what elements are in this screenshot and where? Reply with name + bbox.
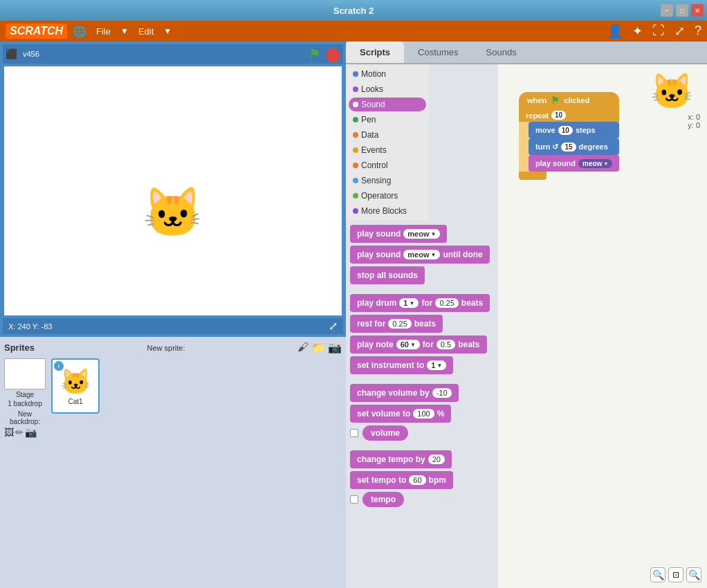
change-volume-value[interactable]: -10 [432, 388, 452, 398]
edit-menu[interactable]: Edit [134, 25, 158, 38]
set-tempo-value[interactable]: 60 [409, 475, 425, 485]
cat-motion[interactable]: Motion [349, 67, 426, 81]
canvas-play-sound[interactable]: play sound meow [529, 155, 619, 172]
note-dropdown[interactable]: 60 [396, 340, 420, 349]
scripts-area: Motion Looks Sound Pen [346, 64, 707, 588]
tempo-checkbox[interactable] [350, 495, 358, 504]
minimize-button[interactable]: − [661, 4, 673, 17]
cat-control-label: Control [361, 160, 388, 170]
canvas-y: y: 0 [688, 121, 700, 129]
cat-events[interactable]: Events [349, 143, 426, 157]
left-panel: ⬛ v456 ⚑ ⬤ 🐱 X: 240 Y: -83 ⤢ Sprites New… [0, 42, 346, 588]
camera-sprite-button[interactable]: 📷 [328, 341, 342, 354]
block-set-volume[interactable]: set volume to 100 % [350, 405, 451, 423]
paint-backdrop-button[interactable]: 🖼 [4, 427, 14, 438]
canvas-sound-dropdown[interactable]: meow [578, 159, 612, 168]
move-value[interactable]: 10 [558, 126, 573, 135]
cat-looks[interactable]: Looks [349, 82, 426, 96]
block-rest[interactable]: rest for 0.25 beats [350, 315, 443, 333]
account-icon[interactable]: 👤 [607, 24, 623, 39]
repeat-end [519, 172, 547, 180]
categories-panel: Motion Looks Sound Pen [346, 64, 429, 221]
instrument-dropdown[interactable]: 1 [427, 360, 446, 370]
cat-control[interactable]: Control [349, 158, 426, 172]
block-play-drum[interactable]: play drum 1 for 0.25 beats [350, 294, 490, 312]
volume-checkbox[interactable] [350, 429, 358, 437]
when-clicked-hat[interactable]: when ⚑ clicked [519, 92, 619, 109]
stage-icon: ⬛ [6, 48, 17, 59]
cat-sprite: 🐱 [143, 184, 203, 241]
turn-value[interactable]: 15 [561, 143, 576, 151]
maximize-button[interactable]: □ [676, 4, 688, 17]
new-sprite-label: New sprite: [147, 344, 185, 352]
cat-operators[interactable]: Operators [349, 189, 426, 203]
help-icon[interactable]: ? [695, 24, 701, 39]
stop-button[interactable]: ⬤ [325, 46, 340, 62]
close-button[interactable]: ✕ [691, 4, 704, 17]
drum-dropdown[interactable]: 1 [399, 298, 419, 308]
stage-canvas[interactable]: 🐱 [4, 66, 342, 315]
tab-scripts[interactable]: Scripts [346, 42, 404, 63]
play-sound-dropdown[interactable]: meow [403, 229, 440, 239]
flag-icon: ⚑ [551, 95, 560, 106]
file-menu[interactable]: File [92, 25, 115, 38]
block-set-instrument[interactable]: set instrument to 1 [350, 356, 453, 374]
upload-backdrop-button[interactable]: ✏ [15, 427, 24, 438]
canvas-coords: x: 0 y: 0 [688, 113, 700, 129]
share-icon[interactable]: ✦ [632, 24, 643, 39]
set-volume-value[interactable]: 100 [413, 409, 434, 419]
new-backdrop-label: New backdrop: [4, 410, 46, 425]
block-change-tempo[interactable]: change tempo by 20 [350, 450, 452, 468]
cat-more-blocks[interactable]: More Blocks [349, 204, 426, 218]
tempo-reporter-row: tempo [350, 492, 494, 507]
script-canvas[interactable]: 🐱 x: 0 y: 0 when ⚑ clicked repeat 10 [498, 64, 707, 588]
green-flag-button[interactable]: ⚑ [309, 46, 321, 62]
block-change-volume[interactable]: change volume by -10 [350, 384, 459, 402]
tempo-reporter[interactable]: tempo [362, 492, 404, 507]
cat-data[interactable]: Data [349, 128, 426, 142]
zoom-fit-button[interactable]: ⊡ [668, 567, 683, 582]
globe-icon[interactable]: 🌐 [73, 25, 86, 38]
note-beats-value[interactable]: 0.5 [437, 340, 455, 349]
cat-pen-label: Pen [361, 115, 376, 125]
tab-sounds[interactable]: Sounds [472, 42, 531, 63]
cat-sensing[interactable]: Sensing [349, 174, 426, 187]
cat-motion-label: Motion [361, 69, 386, 79]
turn-block[interactable]: turn ↺ 15 degrees [529, 138, 619, 155]
turbo-icon[interactable]: ⤢ [674, 24, 685, 39]
tab-bar: Scripts Costumes Sounds [346, 42, 707, 64]
fullscreen-icon[interactable]: ⛶ [652, 24, 665, 39]
cat-operators-label: Operators [361, 191, 398, 201]
zoom-out-button[interactable]: 🔍 [650, 567, 665, 582]
paint-sprite-button[interactable]: 🖌 [297, 341, 309, 354]
block-play-note[interactable]: play note 60 for 0.5 beats [350, 336, 487, 353]
cat-data-label: Data [361, 130, 378, 140]
rest-beats-value[interactable]: 0.25 [388, 319, 411, 329]
drum-beats-value[interactable]: 0.25 [435, 298, 458, 308]
camera-backdrop-button[interactable]: 📷 [25, 427, 37, 438]
sprite-cat1[interactable]: i 🐱 Cat1 [51, 358, 100, 414]
cat-sound[interactable]: Sound [349, 98, 426, 111]
block-stop-all-sounds[interactable]: stop all sounds [350, 266, 425, 284]
cat-sound-label: Sound [361, 100, 385, 109]
cat-sprite-name: Cat1 [68, 398, 82, 405]
title-bar: Scratch 2 − □ ✕ [0, 0, 707, 21]
play-sound-until-dropdown[interactable]: meow [403, 250, 440, 259]
repeat-block[interactable]: repeat 10 [519, 109, 619, 122]
menu-bar: SCRATCH 🌐 File ▼ Edit ▼ 👤 ✦ ⛶ ⤢ ? [0, 21, 707, 42]
stage-thumbnail: Stage 1 backdrop New backdrop: 🖼 ✏ 📷 [4, 358, 46, 438]
zoom-in-button[interactable]: 🔍 [686, 567, 701, 582]
info-badge[interactable]: i [54, 361, 64, 371]
block-play-sound[interactable]: play sound meow [350, 225, 447, 243]
repeat-value[interactable]: 10 [551, 111, 566, 120]
move-block[interactable]: move 10 steps [529, 122, 619, 138]
tab-costumes[interactable]: Costumes [404, 42, 472, 63]
cat-pen[interactable]: Pen [349, 113, 426, 127]
block-play-sound-until[interactable]: play sound meow until done [350, 246, 490, 264]
volume-reporter[interactable]: volume [362, 425, 408, 441]
change-tempo-value[interactable]: 20 [428, 454, 445, 464]
expand-icon[interactable]: ⤢ [329, 320, 338, 333]
block-set-tempo[interactable]: set tempo to 60 bpm [350, 471, 453, 489]
zoom-controls: 🔍 ⊡ 🔍 [650, 567, 701, 582]
upload-sprite-button[interactable]: 📁 [311, 341, 325, 354]
